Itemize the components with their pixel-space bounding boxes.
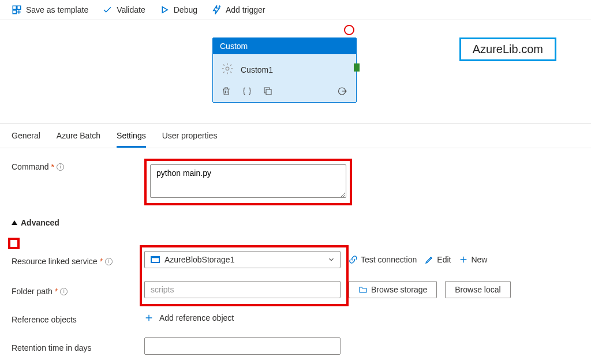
tab-user-properties[interactable]: User properties [162, 131, 218, 148]
lightning-icon [211, 5, 222, 15]
advanced-toggle[interactable]: Advanced [12, 218, 579, 227]
required-asterisk: * [100, 257, 103, 266]
node-connector[interactable] [354, 63, 360, 72]
browse-local-button[interactable]: Browse local [445, 281, 510, 298]
pipeline-canvas[interactable]: Custom Custom1 [0, 20, 591, 124]
folder-icon [358, 285, 368, 294]
annotation-highlight [144, 159, 352, 205]
check-icon [102, 5, 113, 15]
validate-label: Validate [117, 5, 145, 14]
braces-icon[interactable] [242, 86, 252, 96]
folder-path-label: Folder path * i [12, 283, 144, 296]
tab-settings[interactable]: Settings [117, 131, 146, 148]
info-icon[interactable]: i [105, 258, 113, 265]
chevron-down-icon [327, 256, 335, 264]
annotation-highlight-2 [8, 238, 20, 249]
play-icon [159, 5, 170, 15]
toolbar: Save as template Validate Debug Add trig… [0, 0, 591, 20]
new-button[interactable]: New [459, 255, 487, 264]
tab-azure-batch[interactable]: Azure Batch [57, 131, 100, 148]
required-asterisk: * [51, 162, 54, 171]
command-label: Command * i [12, 159, 144, 171]
svg-rect-0 [13, 6, 16, 9]
info-icon[interactable]: i [60, 288, 68, 295]
storage-icon [151, 256, 160, 263]
link-icon [349, 255, 358, 264]
folder-path-input[interactable] [144, 281, 341, 298]
pencil-icon [425, 255, 434, 264]
gear-icon [221, 62, 234, 77]
add-trigger-label: Add trigger [226, 5, 265, 14]
annotation-circle [344, 25, 354, 35]
delete-icon[interactable] [221, 86, 231, 96]
debug-label: Debug [174, 5, 197, 14]
settings-tabs: General Azure Batch Settings User proper… [0, 124, 591, 148]
resource-linked-service-label: Resource linked service * i [12, 253, 144, 266]
svg-rect-2 [13, 10, 16, 14]
svg-rect-7 [152, 258, 159, 262]
save-template-label: Save as template [26, 5, 88, 14]
retention-time-input[interactable] [144, 337, 341, 355]
activity-node-custom[interactable]: Custom Custom1 [212, 37, 357, 103]
copy-icon[interactable] [263, 86, 273, 96]
browse-storage-button[interactable]: Browse storage [349, 281, 437, 298]
add-trigger-button[interactable]: Add trigger [211, 5, 265, 15]
svg-point-3 [226, 67, 229, 70]
reference-objects-label: Reference objects [12, 312, 144, 324]
info-icon[interactable]: i [57, 163, 64, 171]
plus-icon [459, 255, 468, 264]
settings-form: Command * i Advanced Resource linked ser… [0, 148, 591, 364]
test-connection-button[interactable]: Test connection [349, 255, 417, 264]
plus-icon [144, 313, 154, 322]
add-reference-object-button[interactable]: Add reference object [144, 311, 234, 325]
edit-button[interactable]: Edit [425, 255, 451, 264]
save-template-icon [12, 5, 22, 15]
svg-rect-1 [17, 6, 21, 9]
debug-button[interactable]: Debug [159, 5, 197, 15]
arrow-right-circle-icon[interactable] [338, 86, 348, 96]
command-input[interactable] [150, 164, 346, 198]
node-title: Custom1 [241, 65, 273, 74]
validate-button[interactable]: Validate [102, 5, 145, 15]
tab-general[interactable]: General [12, 131, 40, 148]
save-as-template-button[interactable]: Save as template [12, 5, 88, 15]
node-type-label: Custom [213, 38, 356, 54]
svg-rect-4 [266, 89, 271, 95]
retention-time-label: Retention time in days [12, 340, 144, 352]
linked-service-select[interactable]: AzureBlobStorage1 [144, 251, 341, 268]
caret-icon [12, 220, 17, 225]
required-asterisk: * [55, 287, 58, 296]
